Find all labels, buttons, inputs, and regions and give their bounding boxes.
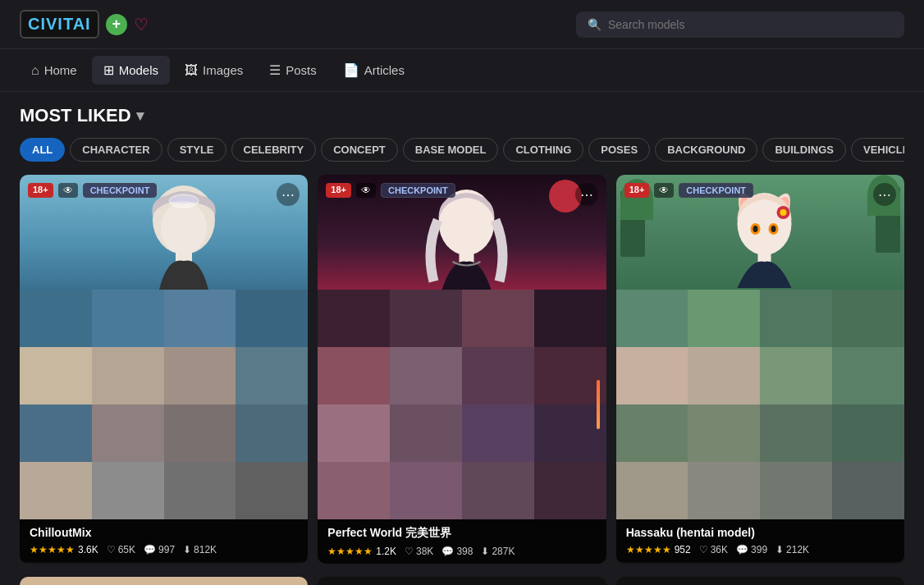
model-card-partial[interactable]: CHECKPOINT ⋯ <box>20 577 308 585</box>
tab-clothing[interactable]: CLOTHING <box>503 138 583 162</box>
tab-celebrity[interactable]: CELEBRITY <box>231 138 317 162</box>
svg-point-14 <box>780 209 787 216</box>
main-nav: ⌂ Home ⊞ Models 🖼 Images ☰ Posts 📄 Artic… <box>0 49 924 92</box>
sort-selector[interactable]: MOST LIKED ▾ <box>20 105 904 126</box>
chevron-down-icon: ▾ <box>136 107 144 125</box>
search-bar: 🔍 <box>576 11 904 38</box>
images-icon: 🖼 <box>185 63 198 78</box>
model-card-perfectworld[interactable]: 18+ 👁 CHECKPOINT ⋯ <box>318 175 606 564</box>
card3-title: Hassaku (hentai model) <box>626 526 894 539</box>
posts-icon: ☰ <box>269 62 281 78</box>
logo-wordmark: CIVITAI <box>20 10 99 39</box>
card3-image: 18+ 👁 CHECKPOINT ⋯ <box>616 175 904 519</box>
model-card-chilloutmix[interactable]: 18+ 👁 CHECKPOINT ⋯ <box>20 175 308 564</box>
card1-downloads: ⬇ 812K <box>183 544 217 555</box>
card1-stars: ★★★★★3.6K <box>30 544 98 555</box>
card2-rating: 1.2K <box>376 546 396 557</box>
card2-downloads: ⬇ 287K <box>481 546 515 557</box>
download-icon: ⬇ <box>481 546 489 557</box>
second-row: CHECKPOINT ⋯ <box>0 577 924 585</box>
category-tabs: ALL CHARACTER STYLE CELEBRITY CONCEPT BA… <box>20 138 904 162</box>
tab-concept[interactable]: CONCEPT <box>321 138 398 162</box>
tab-style[interactable]: STYLE <box>167 138 226 162</box>
download-icon: ⬇ <box>775 544 784 555</box>
comment-icon: 💬 <box>144 544 156 555</box>
nav-item-models[interactable]: ⊞ Models <box>92 56 170 85</box>
tab-character[interactable]: CHARACTER <box>70 138 162 162</box>
nsfw-icon: 👁 <box>654 183 674 198</box>
card1-likes: ♡ 65K <box>107 544 135 555</box>
card3-likes: ♡ 36K <box>699 544 728 555</box>
svg-point-12 <box>771 226 776 232</box>
nav-item-images[interactable]: 🖼 Images <box>173 57 254 85</box>
card2-stats: ★★★★★1.2K ♡ 38K 💬 398 ⬇ 287K <box>327 546 596 557</box>
card1-badges: 18+ 👁 CHECKPOINT <box>28 183 157 198</box>
model-card-hassaku[interactable]: 18+ 👁 CHECKPOINT ⋯ <box>616 175 904 564</box>
nav-item-articles[interactable]: 📄 Articles <box>332 56 416 85</box>
svg-point-1 <box>161 202 207 254</box>
card2-stars: ★★★★★1.2K <box>327 546 396 557</box>
age-badge: 18+ <box>624 183 650 198</box>
nav-label-images: Images <box>203 63 243 77</box>
cards-grid: 18+ 👁 CHECKPOINT ⋯ <box>0 162 924 577</box>
card1-title: ChilloutMix <box>30 526 298 539</box>
nav-label-posts: Posts <box>286 63 317 77</box>
card3-footer: Hassaku (hentai model) ★★★★★952 ♡ 36K 💬 … <box>616 519 904 562</box>
sort-label: MOST LIKED <box>20 105 131 126</box>
heart-icon: ♡ <box>699 544 708 555</box>
heart-icon: ♡ <box>405 546 414 557</box>
card2-title: Perfect World 完美世界 <box>327 526 596 541</box>
card2-image: 18+ 👁 CHECKPOINT ⋯ <box>318 175 606 519</box>
card3-menu[interactable]: ⋯ <box>873 183 896 206</box>
tab-base-model[interactable]: BASE MODEL <box>403 138 499 162</box>
nav-item-home[interactable]: ⌂ Home <box>20 57 89 85</box>
nsfw-icon: 👁 <box>356 183 376 198</box>
card3-stars: ★★★★★952 <box>626 544 691 555</box>
nsfw-icon: 👁 <box>58 183 78 198</box>
home-icon: ⌂ <box>31 63 39 78</box>
comment-icon: 💬 <box>736 544 748 555</box>
header: CIVITAI + ♡ 🔍 <box>0 0 924 49</box>
logo-civit: CIVIT <box>28 15 73 33</box>
tab-buildings[interactable]: BUILDINGS <box>762 138 846 162</box>
type-badge: CHECKPOINT <box>381 183 455 198</box>
logo-ai: AI <box>73 15 91 33</box>
card3-rating: 952 <box>675 544 691 555</box>
card1-comments: 💬 997 <box>144 544 175 555</box>
nav-label-models: Models <box>119 63 158 77</box>
card3-stats: ★★★★★952 ♡ 36K 💬 399 ⬇ 212K <box>626 544 894 555</box>
card2-badges: 18+ 👁 CHECKPOINT <box>326 183 455 198</box>
card1-stats: ★★★★★3.6K ♡ 65K 💬 997 ⬇ 812K <box>30 544 298 555</box>
age-badge: 18+ <box>28 183 53 198</box>
tab-all[interactable]: ALL <box>20 138 65 162</box>
nav-label-home: Home <box>44 63 77 77</box>
favorites-icon[interactable]: ♡ <box>134 15 149 34</box>
download-icon: ⬇ <box>183 544 191 555</box>
card3-comments: 💬 399 <box>736 544 767 555</box>
card1-rating: 3.6K <box>78 544 98 555</box>
card2-comments: 💬 398 <box>441 546 473 557</box>
card2-footer: Perfect World 完美世界 ★★★★★1.2K ♡ 38K 💬 398… <box>318 519 606 564</box>
articles-icon: 📄 <box>343 62 359 78</box>
card2-menu[interactable]: ⋯ <box>575 183 598 206</box>
card1-image: 18+ 👁 CHECKPOINT ⋯ <box>20 175 308 519</box>
nav-label-articles: Articles <box>364 63 405 77</box>
nav-item-posts[interactable]: ☰ Posts <box>258 56 328 85</box>
empty-card-3 <box>616 577 904 585</box>
add-button[interactable]: + <box>106 14 127 35</box>
logo: CIVITAI + ♡ <box>20 10 149 39</box>
tab-background[interactable]: BACKGROUND <box>655 138 757 162</box>
search-icon: 🔍 <box>588 18 602 31</box>
card3-badges: 18+ 👁 CHECKPOINT <box>624 183 753 198</box>
filter-bar: MOST LIKED ▾ ALL CHARACTER STYLE CELEBRI… <box>0 92 924 162</box>
search-input[interactable] <box>608 18 893 31</box>
models-icon: ⊞ <box>103 62 114 78</box>
tab-poses[interactable]: POSES <box>588 138 650 162</box>
age-badge: 18+ <box>326 183 351 198</box>
type-badge: CHECKPOINT <box>83 183 158 198</box>
svg-point-5 <box>446 206 487 255</box>
type-badge: CHECKPOINT <box>679 183 753 198</box>
heart-icon: ♡ <box>107 544 116 555</box>
tab-vehicle[interactable]: VEHICLE <box>851 138 904 162</box>
comment-icon: 💬 <box>441 546 454 557</box>
